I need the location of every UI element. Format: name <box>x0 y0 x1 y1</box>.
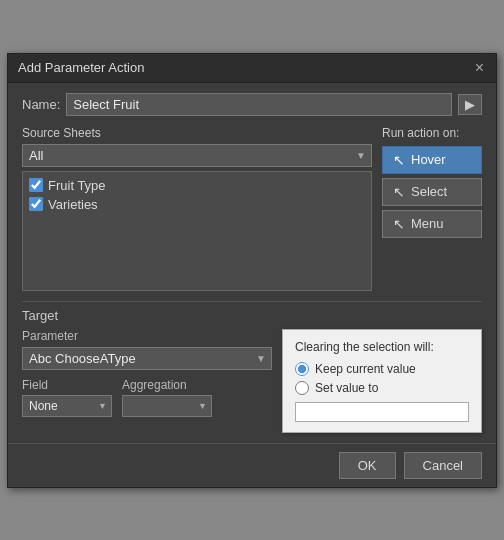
set-value-input[interactable] <box>295 402 469 422</box>
target-label: Target <box>22 308 482 323</box>
run-action-section: Run action on: ↖ Hover ↖ Select ↖ Menu <box>382 126 482 291</box>
add-parameter-action-dialog: Add Parameter Action × Name: ▶ Source Sh… <box>7 53 497 488</box>
name-arrow-button[interactable]: ▶ <box>458 94 482 115</box>
bottom-area: Parameter Abc ChooseAType Field None <box>22 329 482 433</box>
aggregation-label: Aggregation <box>122 378 212 392</box>
sheet-item-fruit-type: Fruit Type <box>29 178 365 193</box>
dialog-titlebar: Add Parameter Action × <box>8 54 496 83</box>
source-sheets-dropdown[interactable]: All <box>22 144 372 167</box>
dialog-footer: OK Cancel <box>8 443 496 487</box>
parameter-label: Parameter <box>22 329 272 343</box>
keep-current-radio[interactable] <box>295 362 309 376</box>
varieties-label: Varieties <box>48 197 98 212</box>
set-value-row: Set value to <box>295 381 469 395</box>
parameter-dropdown-wrapper: Abc ChooseAType <box>22 347 272 370</box>
aggregation-group: Aggregation <box>122 378 212 417</box>
dialog-title: Add Parameter Action <box>18 60 144 75</box>
source-sheets-dropdown-wrapper: All <box>22 144 372 167</box>
name-label: Name: <box>22 97 60 112</box>
source-sheets-left: Source Sheets All Fruit Type Varieties <box>22 126 372 291</box>
sheets-list: Fruit Type Varieties <box>22 171 372 291</box>
name-input[interactable] <box>66 93 452 116</box>
sheet-item-varieties: Varieties <box>29 197 365 212</box>
select-button[interactable]: ↖ Select <box>382 178 482 206</box>
select-label: Select <box>411 184 447 199</box>
menu-button[interactable]: ↖ Menu <box>382 210 482 238</box>
dialog-body: Name: ▶ Source Sheets All Fruit Type <box>8 83 496 443</box>
hover-label: Hover <box>411 152 446 167</box>
menu-label: Menu <box>411 216 444 231</box>
field-row: Field None Aggregation <box>22 378 272 417</box>
hover-icon: ↖ <box>393 152 405 168</box>
field-dropdown[interactable]: None <box>22 395 112 417</box>
cancel-button[interactable]: Cancel <box>404 452 482 479</box>
aggregation-dropdown[interactable] <box>122 395 212 417</box>
target-left: Parameter Abc ChooseAType Field None <box>22 329 272 417</box>
field-group: Field None <box>22 378 112 417</box>
field-label: Field <box>22 378 112 392</box>
keep-current-label: Keep current value <box>315 362 416 376</box>
keep-value-row: Keep current value <box>295 362 469 376</box>
field-dropdown-wrapper: None <box>22 395 112 417</box>
target-section: Target Parameter Abc ChooseAType Field <box>22 308 482 433</box>
ok-button[interactable]: OK <box>339 452 396 479</box>
set-value-label: Set value to <box>315 381 378 395</box>
select-icon: ↖ <box>393 184 405 200</box>
section-divider <box>22 301 482 302</box>
fruit-type-label: Fruit Type <box>48 178 106 193</box>
hover-button[interactable]: ↖ Hover <box>382 146 482 174</box>
menu-icon: ↖ <box>393 216 405 232</box>
parameter-dropdown[interactable]: Abc ChooseAType <box>22 347 272 370</box>
close-button[interactable]: × <box>473 60 486 76</box>
name-row: Name: ▶ <box>22 93 482 116</box>
source-sheets-label: Source Sheets <box>22 126 372 140</box>
set-value-radio[interactable] <box>295 381 309 395</box>
source-sheets-section: Source Sheets All Fruit Type Varieties <box>22 126 482 291</box>
fruit-type-checkbox[interactable] <box>29 178 43 192</box>
clearing-popup: Clearing the selection will: Keep curren… <box>282 329 482 433</box>
varieties-checkbox[interactable] <box>29 197 43 211</box>
clearing-title: Clearing the selection will: <box>295 340 469 354</box>
run-action-label: Run action on: <box>382 126 482 140</box>
aggregation-dropdown-wrapper <box>122 395 212 417</box>
